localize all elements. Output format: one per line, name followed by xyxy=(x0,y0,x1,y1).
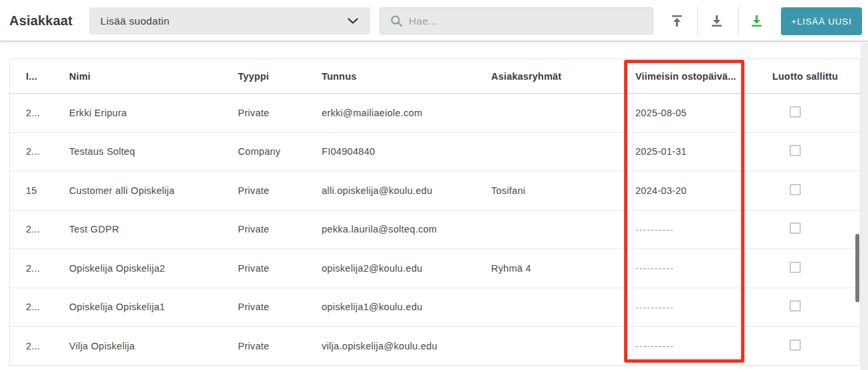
add-filter-label: Lisää suodatin xyxy=(100,15,169,27)
toolbar-divider xyxy=(697,6,698,36)
cell-tyyppi: Private xyxy=(238,224,322,234)
cell-tyyppi: Private xyxy=(238,341,322,351)
cell-tunnus: alli.opiskelija@koulu.edu xyxy=(322,185,491,196)
cell-tunnus: FI04904840 xyxy=(322,146,491,157)
credit-allowed-checkbox[interactable] xyxy=(790,184,801,195)
table-header-row: I... Nimi Tyyppi Tunnus Asiakasryhmät Vi… xyxy=(10,59,860,94)
add-new-button[interactable]: +LISÄÄ UUSI xyxy=(781,7,862,35)
cell-viimeisin-ostopaiva: ---------- xyxy=(635,225,772,234)
cell-viimeisin-ostopaiva: ---------- xyxy=(635,263,772,273)
cell-tyyppi: Private xyxy=(238,185,322,196)
export-green-icon xyxy=(750,14,764,28)
credit-allowed-checkbox[interactable] xyxy=(790,262,801,273)
cell-id: 2... xyxy=(26,341,69,351)
column-header-tyyppi[interactable]: Tyyppi xyxy=(238,71,322,82)
cell-id: 2... xyxy=(26,263,69,274)
cell-id: 15 xyxy=(26,185,69,196)
cell-asiakasryhmat: Ryhmä 4 xyxy=(491,263,635,274)
export-button[interactable] xyxy=(743,7,770,35)
download-button[interactable] xyxy=(703,7,730,35)
cell-id: 2... xyxy=(26,302,69,312)
cell-viimeisin-ostopaiva: 2025-08-05 xyxy=(635,108,772,118)
table-row[interactable]: 2... Opiskelija Opiskelija1 Private opis… xyxy=(10,288,860,327)
cell-tyyppi: Private xyxy=(238,263,322,274)
customers-table: I... Nimi Tyyppi Tunnus Asiakasryhmät Vi… xyxy=(9,58,861,366)
cell-nimi: Testaus Solteq xyxy=(69,146,238,157)
add-filter-dropdown[interactable]: Lisää suodatin xyxy=(89,7,370,35)
cell-tunnus: pekka.laurila@solteq.com xyxy=(322,224,491,234)
cell-tunnus: erkki@mailiaeiole.com xyxy=(322,108,491,118)
column-header-luotto-sallittu[interactable]: Luotto sallittu xyxy=(772,71,855,82)
customers-page: Asiakkaat Lisää suodatin xyxy=(0,0,868,370)
cell-nimi: Customer alli Opiskelija xyxy=(69,185,238,196)
credit-allowed-checkbox[interactable] xyxy=(790,106,801,118)
credit-allowed-checkbox[interactable] xyxy=(790,223,801,234)
cell-nimi: Vilja Opiskelija xyxy=(69,341,238,351)
top-bar: Asiakkaat Lisää suodatin xyxy=(0,0,868,42)
upload-button[interactable] xyxy=(663,7,690,35)
cell-nimi: Opiskelija Opiskelija2 xyxy=(69,263,238,274)
table-row[interactable]: 2... Erkki Eripura Private erkki@mailiae… xyxy=(10,94,860,133)
cell-asiakasryhmat: Tosifani xyxy=(491,185,635,196)
table-row[interactable]: 15 Customer alli Opiskelija Private alli… xyxy=(10,171,860,211)
page-title: Asiakkaat xyxy=(9,13,72,29)
cell-viimeisin-ostopaiva: 2024-03-20 xyxy=(635,185,772,196)
column-header-viimeisin-ostopaiva[interactable]: Viimeisin ostopäivä... xyxy=(635,71,772,82)
cell-tyyppi: Company xyxy=(238,146,322,157)
cell-tyyppi: Private xyxy=(238,302,322,312)
credit-allowed-checkbox[interactable] xyxy=(790,300,801,312)
cell-viimeisin-ostopaiva: ---------- xyxy=(635,341,772,351)
credit-allowed-checkbox[interactable] xyxy=(790,339,801,351)
upload-icon xyxy=(670,14,684,28)
table-row[interactable]: 2... Testaus Solteq Company FI04904840 2… xyxy=(10,133,860,172)
cell-tyyppi: Private xyxy=(238,108,322,118)
chevron-down-icon xyxy=(348,18,358,24)
search-icon xyxy=(390,15,403,27)
credit-allowed-checkbox[interactable] xyxy=(790,145,801,156)
cell-tunnus: opiskelija1@koulu.edu xyxy=(322,302,491,312)
cell-id: 2... xyxy=(26,224,69,234)
cell-tunnus: opiskelija2@koulu.edu xyxy=(322,263,491,274)
toolbar-divider xyxy=(738,6,739,36)
cell-nimi: Opiskelija Opiskelija1 xyxy=(69,302,238,312)
table-row[interactable]: 2... Opiskelija Opiskelija2 Private opis… xyxy=(10,249,860,288)
cell-tunnus: vilja.opiskelija@koulu.edu xyxy=(322,341,491,351)
cell-nimi: Test GDPR xyxy=(69,224,238,234)
cell-viimeisin-ostopaiva: ---------- xyxy=(635,302,772,312)
cell-viimeisin-ostopaiva: 2025-01-31 xyxy=(635,146,772,157)
column-header-nimi[interactable]: Nimi xyxy=(69,71,238,82)
column-header-tunnus[interactable]: Tunnus xyxy=(322,71,491,82)
search-input[interactable] xyxy=(409,15,645,27)
table-row[interactable]: 2... Test GDPR Private pekka.laurila@sol… xyxy=(10,211,860,250)
scrollbar-track xyxy=(861,43,868,370)
cell-nimi: Erkki Eripura xyxy=(69,108,238,118)
table-row[interactable]: 2... Vilja Opiskelija Private vilja.opis… xyxy=(10,327,860,366)
vertical-scrollbar-thumb[interactable] xyxy=(855,234,859,302)
download-icon xyxy=(710,14,724,28)
search-field xyxy=(380,7,653,35)
column-header-id[interactable]: I... xyxy=(26,71,69,82)
cell-id: 2... xyxy=(26,146,69,157)
cell-id: 2... xyxy=(26,108,69,118)
column-header-asiakasryhmat[interactable]: Asiakasryhmät xyxy=(491,71,635,82)
